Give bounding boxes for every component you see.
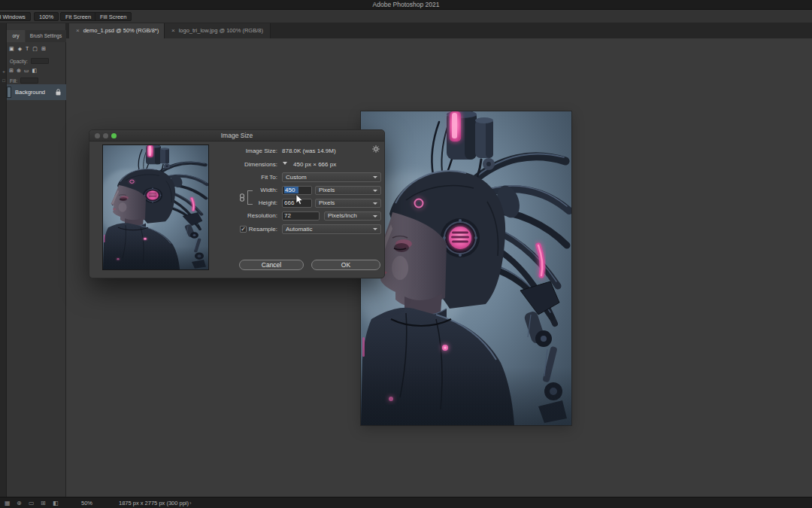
layer-row-background[interactable]: Background (7, 84, 66, 100)
dock-tool-icon[interactable]: □ (1, 78, 7, 83)
document-tabbar: ×demo_1.psd @ 50% (RGB/8*) ×logo_tri_low… (66, 23, 812, 38)
app-title: Adobe Photoshop 2021 (373, 1, 440, 8)
cancel-button[interactable]: Cancel (239, 260, 304, 270)
lock-row: ⊞ ⊕ ▭ ◧ (9, 68, 65, 74)
resample-checkbox[interactable]: ✓ (240, 226, 247, 233)
width-value: 450 (284, 187, 298, 193)
opacity-field[interactable] (31, 58, 49, 64)
resolution-value: 72 (284, 212, 291, 219)
opacity-row: Opacity: (10, 58, 64, 64)
width-unit-value: Pixels (319, 187, 335, 193)
panel-tool-icon[interactable]: ◈ (18, 46, 22, 52)
status-tool-icon[interactable]: ⊞ (41, 497, 46, 508)
panel-tool-row: ▣ ◈ T ▢ ⊞ (9, 46, 65, 52)
left-panel: ory Brush Settings ▣ ◈ T ▢ ⊞ Opacity: ⊞ … (7, 23, 66, 497)
lock-icon (56, 89, 61, 96)
link-bracket (247, 190, 253, 205)
mouse-cursor (295, 194, 304, 205)
status-chevron-icon[interactable]: › (189, 497, 192, 508)
status-bar: ▦ ⊕ ▭ ⊞ ◧ 50% 1875 px x 2775 px (300 ppi… (0, 497, 812, 508)
height-unit-select[interactable]: Pixels (315, 199, 381, 208)
resample-label: Resample: (249, 225, 277, 234)
fill-label: Fill: (10, 78, 17, 84)
layer-thumbnail (7, 87, 11, 98)
panel-tool-icon[interactable]: T (26, 46, 29, 52)
tab-close-icon[interactable]: × (76, 27, 80, 34)
window-close-button[interactable] (95, 133, 100, 138)
opacity-label: Opacity: (10, 59, 28, 64)
height-unit-value: Pixels (319, 199, 335, 206)
panel-tool-icon[interactable]: ▢ (32, 46, 38, 52)
fit-to-label: Fit To: (261, 173, 277, 182)
fill-row: Fill: (10, 78, 64, 84)
layer-name: Background (15, 84, 45, 100)
width-label: Width: (260, 186, 277, 195)
image-size-value: 878.0K (was 14.9M) (282, 147, 336, 156)
lock-option-icon[interactable]: ▭ (24, 68, 29, 74)
fill-field[interactable] (20, 78, 38, 84)
dialog-title: Image Size (221, 132, 253, 139)
chevron-down-icon (373, 228, 377, 230)
gear-icon (372, 145, 380, 153)
dimensions-value: 450 px × 666 px (293, 160, 336, 169)
resolution-label: Resolution: (247, 211, 277, 221)
status-tool-icon[interactable]: ▦ (5, 497, 11, 508)
image-size-label: Image Size: (246, 147, 277, 156)
zoom-level[interactable]: 50% (81, 497, 92, 508)
size-preview[interactable] (102, 144, 209, 270)
panel-tab-history[interactable]: ory (7, 30, 25, 42)
zoom-100-button[interactable]: 100% (34, 12, 59, 21)
window-minimize-button[interactable] (103, 133, 108, 138)
fit-to-value: Custom (286, 174, 307, 181)
lock-option-icon[interactable]: ◧ (32, 68, 37, 74)
height-label: Height: (259, 199, 277, 208)
document-info: 1875 px x 2775 px (300 ppi) (119, 497, 189, 508)
resolution-input[interactable]: 72 (282, 211, 320, 221)
lock-option-icon[interactable]: ⊞ (9, 68, 14, 74)
tab-label: demo_1.psd @ 50% (RGB/8*) (83, 27, 159, 34)
canvas-image[interactable] (361, 111, 571, 425)
resample-select[interactable]: Automatic (282, 224, 381, 234)
chevron-down-icon (373, 176, 377, 178)
fit-screen-button[interactable]: Fit Screen (60, 12, 96, 21)
status-tool-icon[interactable]: ◧ (53, 497, 59, 508)
app-titlebar: Adobe Photoshop 2021 (0, 0, 812, 10)
resample-value: Automatic (286, 226, 313, 233)
link-icon[interactable] (239, 193, 245, 202)
check-icon: ✓ (241, 226, 246, 233)
tab-close-icon[interactable]: × (171, 27, 175, 34)
fill-screen-button[interactable]: Fill Screen (95, 12, 132, 21)
width-unit-select[interactable]: Pixels (315, 186, 381, 195)
resolution-unit-value: Pixels/Inch (328, 212, 357, 219)
status-tool-icon[interactable]: ⊕ (17, 497, 22, 508)
chevron-down-icon[interactable] (283, 162, 287, 165)
panel-tool-icon[interactable]: ▣ (9, 46, 14, 52)
dimensions-label: Dimensions: (244, 160, 277, 169)
panel-tab-brush-settings[interactable]: Brush Settings (26, 30, 66, 42)
chevron-down-icon (373, 215, 377, 217)
options-bar: All Windows 100% Fit Screen Fill Screen (0, 10, 812, 23)
image-size-dialog: Image Size Image Size: 878.0K (was 14.9M… (89, 129, 385, 278)
chevron-down-icon (373, 190, 377, 192)
window-zoom-button[interactable] (111, 133, 117, 138)
tab-logo-tri-low[interactable]: ×logo_tri_low.jpg @ 100% (RGB/8) (164, 23, 271, 38)
all-windows-button[interactable]: All Windows (0, 12, 31, 21)
size-preview-image (103, 145, 208, 269)
resolution-unit-select[interactable]: Pixels/Inch (324, 211, 381, 221)
dock-strip: + □ (0, 23, 7, 497)
dialog-options-button[interactable] (372, 145, 380, 153)
dock-tool-icon[interactable]: + (1, 69, 7, 74)
dialog-titlebar: Image Size (89, 130, 384, 141)
status-tool-icon[interactable]: ▭ (29, 497, 35, 508)
fit-to-select[interactable]: Custom (282, 172, 381, 182)
tab-label: logo_tri_low.jpg @ 100% (RGB/8) (179, 27, 263, 34)
chevron-down-icon (373, 202, 377, 205)
panel-tool-icon[interactable]: ⊞ (41, 46, 46, 52)
lock-option-icon[interactable]: ⊕ (17, 68, 21, 74)
ok-button[interactable]: OK (311, 260, 380, 270)
height-value: 666 (284, 199, 294, 206)
tab-demo-1[interactable]: ×demo_1.psd @ 50% (RGB/8*) (69, 23, 165, 38)
